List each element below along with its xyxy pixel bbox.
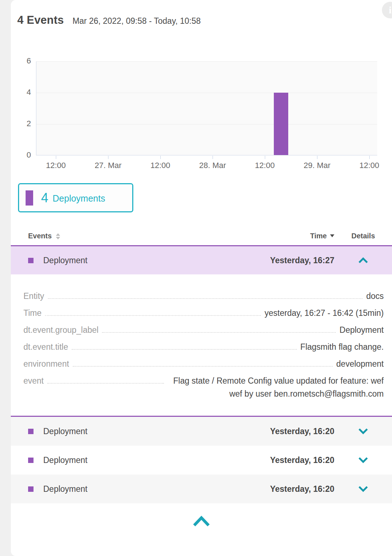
event-row-deployment-1620-a[interactable]: Deployment Yesterday, 16:20 <box>11 417 392 446</box>
dotted-leader <box>72 341 297 350</box>
events-column-header[interactable]: Events <box>28 232 52 240</box>
gridline-4 <box>36 93 377 93</box>
detail-key: Time <box>23 307 41 319</box>
deployment-bar[interactable] <box>274 93 288 155</box>
x-axis-label: 28. Mar <box>187 161 238 170</box>
detail-value: Flagsmith flag change. <box>300 340 384 353</box>
detail-row-environment: environment development <box>23 358 384 370</box>
event-type: Deployment <box>43 455 88 465</box>
chevron-down-icon[interactable] <box>358 428 368 434</box>
table-header-row: Events Time Details <box>11 226 392 245</box>
detail-row-title: dt.event.title Flagsmith flag change. <box>23 341 384 353</box>
events-table: Events Time Details Deployment Yesterday… <box>11 226 392 528</box>
event-row-deployment-1627[interactable]: Deployment Yesterday, 16:27 <box>11 245 392 274</box>
detail-row-entity: Entity docs <box>23 290 384 303</box>
details-column-header: Details <box>334 232 392 240</box>
detail-value: docs <box>366 290 384 303</box>
detail-row-group-label: dt.event.group_label Deployment <box>23 324 384 336</box>
events-card: i 4 Events Mar 26, 2022, 09:58 - Today, … <box>11 0 392 556</box>
x-tick-mark <box>108 156 108 159</box>
deployments-count: 4 <box>41 190 48 206</box>
x-axis-label: 27. Mar <box>83 161 133 170</box>
event-time: Yesterday, 16:20 <box>270 427 334 436</box>
event-time: Yesterday, 16:20 <box>270 455 334 465</box>
event-type: Deployment <box>43 427 88 436</box>
detail-row-event: event Flag state / Remote Config value u… <box>23 375 384 400</box>
event-time: Yesterday, 16:27 <box>270 256 334 265</box>
event-type: Deployment <box>43 256 88 265</box>
chart-plot-area <box>36 61 377 155</box>
deployment-color-swatch <box>26 190 33 206</box>
y-axis-tick-6: 6 <box>11 56 31 66</box>
x-tick-mark <box>317 156 317 159</box>
page-title: 4 Events <box>17 14 64 27</box>
chevron-up-large-icon <box>192 516 210 527</box>
x-axis-label: 12:00 <box>344 161 392 170</box>
x-tick-mark <box>213 156 213 159</box>
detail-value: Deployment <box>339 323 384 336</box>
detail-row-time: Time yesterday, 16:27 - 16:42 (15min) <box>23 307 384 319</box>
dotted-leader <box>73 358 333 367</box>
deployment-square-icon <box>28 429 34 434</box>
event-row-deployment-1620-b[interactable]: Deployment Yesterday, 16:20 <box>11 446 392 475</box>
y-axis-tick-2: 2 <box>11 119 31 128</box>
chevron-up-icon[interactable] <box>358 257 368 264</box>
detail-key: dt.event.group_label <box>23 324 98 336</box>
detail-key: environment <box>23 358 69 370</box>
timeframe-label: Mar 26, 2022, 09:58 - Today, 10:58 <box>72 16 201 26</box>
chevron-down-icon[interactable] <box>358 486 368 492</box>
x-axis-label: 12:00 <box>240 161 290 170</box>
deployment-square-icon <box>28 258 34 263</box>
collapse-panel-button[interactable] <box>192 516 210 528</box>
dotted-leader <box>47 375 164 384</box>
x-tick-mark <box>265 156 265 159</box>
dotted-leader <box>102 324 336 333</box>
deployment-square-icon <box>28 486 34 492</box>
detail-key: dt.event.title <box>23 341 68 353</box>
x-axis-label: 29. Mar <box>292 161 342 170</box>
x-axis-label: 12:00 <box>31 161 81 170</box>
detail-key: event <box>23 375 44 387</box>
gridline-2 <box>36 124 377 124</box>
info-icon[interactable]: i <box>382 2 392 18</box>
event-type: Deployment <box>43 484 88 494</box>
x-tick-mark <box>160 156 161 159</box>
panel-header: 4 Events Mar 26, 2022, 09:58 - Today, 10… <box>17 14 201 27</box>
event-row-deployment-1620-c[interactable]: Deployment Yesterday, 16:20 <box>11 475 392 503</box>
sort-icon[interactable] <box>56 233 60 239</box>
detail-value: Flag state / Remote Config value updated… <box>168 374 384 400</box>
x-axis-label: 12:00 <box>135 161 186 170</box>
dotted-leader <box>48 290 363 299</box>
event-time: Yesterday, 16:20 <box>270 484 334 494</box>
deployment-square-icon <box>28 458 34 463</box>
sort-desc-icon <box>330 234 334 237</box>
events-panel: i 4 Events Mar 26, 2022, 09:58 - Today, … <box>0 0 392 556</box>
x-tick-mark <box>56 156 56 159</box>
chevron-down-icon[interactable] <box>358 457 368 463</box>
y-axis-tick-0: 0 <box>11 150 31 160</box>
dotted-leader <box>45 307 261 316</box>
detail-value: yesterday, 16:27 - 16:42 (15min) <box>264 306 384 319</box>
time-column-header[interactable]: Time <box>310 232 327 240</box>
event-details-panel: Entity docs Time yesterday, 16:27 - 16:4… <box>11 274 392 417</box>
x-tick-mark <box>369 156 370 159</box>
detail-value: development <box>336 357 384 370</box>
detail-key: Entity <box>23 290 44 302</box>
deployments-label: Deployments <box>53 193 105 204</box>
deployments-legend-button[interactable]: 4 Deployments <box>18 183 133 212</box>
y-axis-tick-4: 4 <box>11 88 31 97</box>
